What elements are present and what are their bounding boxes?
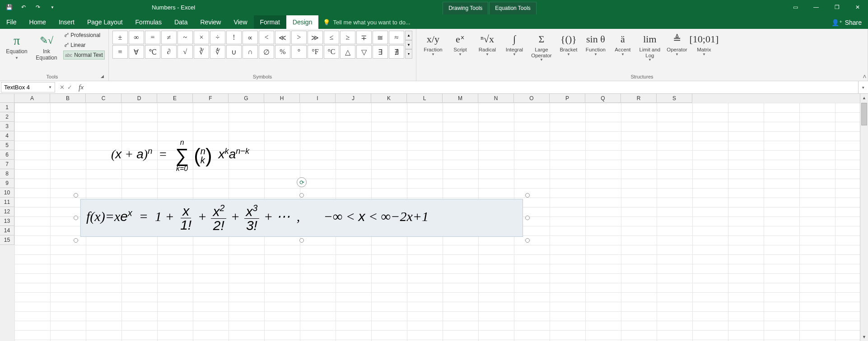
- symbol-cell[interactable]: ≈: [389, 31, 404, 44]
- symbol-cell[interactable]: ∜: [210, 45, 225, 59]
- row-header-10[interactable]: 10: [0, 188, 14, 198]
- col-header-C[interactable]: C: [86, 94, 121, 103]
- symbol-cell[interactable]: !: [226, 31, 242, 44]
- structure-fraction[interactable]: x/yFraction▼: [420, 31, 446, 57]
- row-header-15[interactable]: 15: [0, 235, 14, 245]
- symbol-cell[interactable]: ≠: [161, 31, 177, 44]
- resize-handle-ne[interactable]: [525, 193, 530, 198]
- scroll-down-icon[interactable]: ▼: [860, 333, 868, 341]
- tools-dialog-launcher[interactable]: ◢: [101, 74, 104, 78]
- symbol-cell[interactable]: °C: [324, 45, 339, 59]
- symbol-cell[interactable]: √: [177, 45, 193, 59]
- tab-data[interactable]: Data: [168, 15, 194, 29]
- symbol-scroll-up[interactable]: ▲: [405, 31, 412, 40]
- cancel-formula-icon[interactable]: ✕: [60, 84, 65, 91]
- resize-handle-s[interactable]: [299, 238, 304, 243]
- structure-function[interactable]: sin θFunction▼: [583, 31, 609, 57]
- symbol-cell[interactable]: ≥: [340, 31, 355, 44]
- col-header-H[interactable]: H: [264, 94, 300, 103]
- row-header-13[interactable]: 13: [0, 217, 14, 226]
- col-header-G[interactable]: G: [229, 94, 264, 103]
- symbol-cell[interactable]: ∓: [356, 31, 372, 44]
- structure-script[interactable]: eˣScript▼: [447, 31, 473, 57]
- structure-operator[interactable]: ≜Operator▼: [664, 31, 690, 57]
- tab-file[interactable]: File: [0, 15, 23, 29]
- symbol-gallery-more[interactable]: ▾: [405, 49, 412, 59]
- col-header-P[interactable]: P: [550, 94, 585, 103]
- col-header-F[interactable]: F: [193, 94, 229, 103]
- tab-insert[interactable]: Insert: [52, 15, 81, 29]
- structure-integral[interactable]: ∫Integral▼: [501, 31, 527, 57]
- col-header-B[interactable]: B: [50, 94, 86, 103]
- structure-radical[interactable]: ⁿ√xRadical▼: [474, 31, 500, 57]
- ink-equation-button[interactable]: ✎√ Ink Equation: [33, 31, 61, 63]
- symbol-cell[interactable]: ∀: [129, 45, 144, 59]
- col-header-L[interactable]: L: [407, 94, 443, 103]
- row-header-12[interactable]: 12: [0, 207, 14, 217]
- name-box-dropdown-icon[interactable]: ▼: [48, 85, 52, 89]
- symbol-cell[interactable]: ∞: [129, 31, 144, 44]
- maximize-icon[interactable]: ❐: [826, 0, 847, 14]
- share-button[interactable]: 👤⁺ Share: [825, 16, 868, 29]
- row-header-4[interactable]: 4: [0, 131, 14, 141]
- col-header-R[interactable]: R: [621, 94, 657, 103]
- symbol-cell[interactable]: ×: [194, 31, 209, 44]
- symbol-cell[interactable]: ∛: [194, 45, 209, 59]
- scroll-up-icon[interactable]: ▲: [860, 94, 868, 102]
- symbol-cell[interactable]: ▽: [356, 45, 372, 59]
- symbol-cell[interactable]: %: [275, 45, 290, 59]
- resize-handle-nw[interactable]: [74, 193, 78, 198]
- symbol-cell[interactable]: °F: [308, 45, 323, 59]
- scroll-thumb[interactable]: [861, 103, 867, 125]
- row-header-8[interactable]: 8: [0, 169, 14, 179]
- collapse-ribbon-icon[interactable]: ᐱ: [863, 74, 866, 79]
- symbol-cell[interactable]: =: [145, 31, 160, 44]
- tab-page-layout[interactable]: Page Layout: [81, 15, 129, 29]
- symbol-cell[interactable]: ~: [177, 31, 193, 44]
- col-header-S[interactable]: S: [657, 94, 692, 103]
- col-header-A[interactable]: A: [14, 94, 50, 103]
- row-header-1[interactable]: 1: [0, 103, 14, 112]
- row-header-6[interactable]: 6: [0, 150, 14, 160]
- contextual-tab-drawing[interactable]: Drawing Tools: [443, 2, 488, 14]
- structure-limit-and-log[interactable]: limLimit and Log▼: [637, 31, 663, 63]
- symbol-cell[interactable]: ≫: [308, 31, 323, 44]
- symbol-cell[interactable]: ∃: [373, 45, 388, 59]
- col-header-I[interactable]: I: [300, 94, 336, 103]
- qat-customize-icon[interactable]: ▼: [47, 2, 58, 13]
- col-header-D[interactable]: D: [121, 94, 157, 103]
- tab-design[interactable]: Design: [286, 15, 319, 29]
- tell-me-search[interactable]: 💡 Tell me what you want to do...: [318, 16, 825, 29]
- symbol-cell[interactable]: ∩: [243, 45, 258, 59]
- symbol-cell[interactable]: △: [340, 45, 355, 59]
- normal-text-option[interactable]: abcNormal Text: [63, 51, 105, 60]
- tab-view[interactable]: View: [227, 15, 253, 29]
- resize-handle-se[interactable]: [525, 238, 530, 243]
- row-header-11[interactable]: 11: [0, 198, 14, 207]
- symbol-cell[interactable]: ∝: [243, 31, 258, 44]
- rotate-handle-icon[interactable]: ⟳: [297, 177, 307, 187]
- resize-handle-e[interactable]: [525, 216, 530, 220]
- name-box[interactable]: TextBox 4 ▼: [1, 82, 55, 92]
- symbol-cell[interactable]: ∪: [226, 45, 242, 59]
- formula-bar-expand-icon[interactable]: ▾: [858, 81, 868, 93]
- vertical-scrollbar[interactable]: ▲ ▼: [860, 94, 868, 341]
- symbol-cell[interactable]: ≤: [324, 31, 339, 44]
- undo-icon[interactable]: ↶: [18, 2, 29, 13]
- contextual-tab-equation[interactable]: Equation Tools: [489, 2, 537, 14]
- equation-taylor-series[interactable]: f(x)=xex = 1 + x1! + x22! + x33! + ⋯ , −…: [80, 199, 523, 237]
- symbol-cell[interactable]: ≡: [112, 45, 128, 59]
- tab-formulas[interactable]: Formulas: [129, 15, 168, 29]
- symbol-cell[interactable]: ÷: [210, 31, 225, 44]
- col-header-N[interactable]: N: [478, 94, 514, 103]
- save-icon[interactable]: 💾: [4, 2, 14, 13]
- symbol-cell[interactable]: ≅: [373, 31, 388, 44]
- symbol-cell[interactable]: ∂: [161, 45, 177, 59]
- row-header-3[interactable]: 3: [0, 122, 14, 131]
- col-header-M[interactable]: M: [443, 94, 478, 103]
- enter-formula-icon[interactable]: ✓: [67, 84, 72, 91]
- symbol-scroll-down[interactable]: ▼: [405, 40, 412, 50]
- col-header-Q[interactable]: Q: [585, 94, 621, 103]
- equation-button[interactable]: π Equation ▼: [4, 31, 30, 62]
- symbol-cell[interactable]: ≪: [275, 31, 290, 44]
